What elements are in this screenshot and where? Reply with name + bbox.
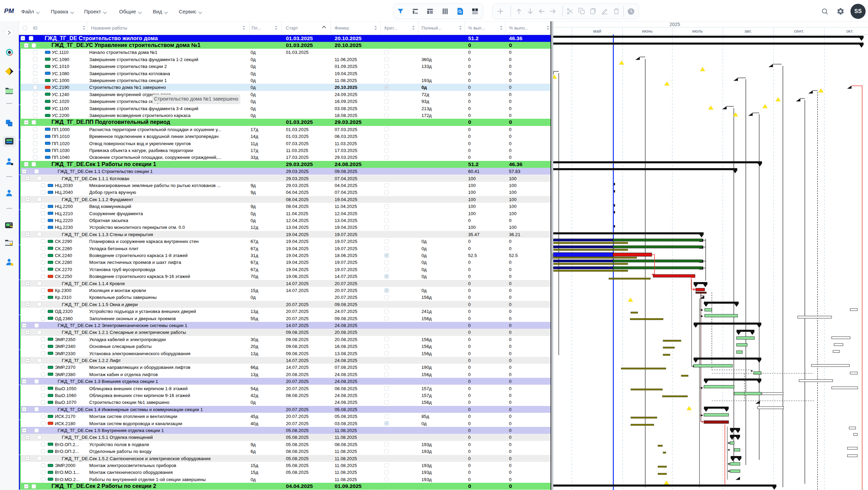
- svg-text:окт.: окт.: [846, 28, 853, 34]
- svg-text:июль: июль: [692, 28, 703, 34]
- svg-text:2025: 2025: [669, 22, 680, 27]
- svg-text:май: май: [593, 28, 601, 34]
- svg-text:сент.: сент.: [794, 28, 804, 34]
- svg-text:июнь: июнь: [642, 28, 653, 34]
- svg-text:авг.: авг.: [745, 28, 752, 34]
